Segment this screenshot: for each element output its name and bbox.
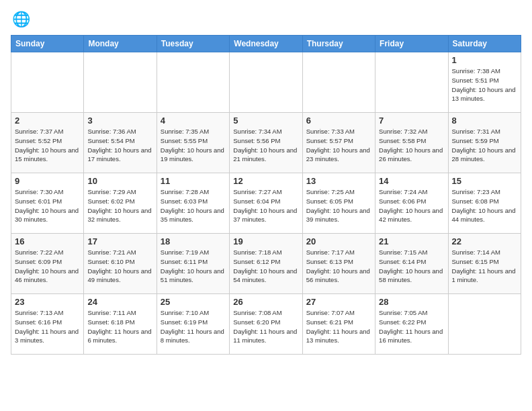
day-number: 24 [87, 297, 152, 307]
calendar-cell: 22Sunrise: 7:14 AM Sunset: 6:15 PM Dayli… [448, 234, 521, 294]
calendar-cell: 27Sunrise: 7:07 AM Sunset: 6:21 PM Dayli… [302, 294, 375, 355]
svg-text:🌐: 🌐 [12, 11, 30, 28]
calendar-cell [84, 52, 157, 113]
day-info: Sunrise: 7:28 AM Sunset: 6:03 PM Dayligh… [161, 187, 226, 224]
day-info: Sunrise: 7:05 AM Sunset: 6:22 PM Dayligh… [379, 308, 444, 345]
day-number: 11 [161, 176, 226, 186]
day-number: 12 [233, 176, 298, 186]
day-number: 10 [87, 176, 152, 186]
day-number: 28 [379, 297, 444, 307]
calendar-header-tuesday: Tuesday [157, 36, 229, 52]
calendar-week-1: 1Sunrise: 7:38 AM Sunset: 5:51 PM Daylig… [11, 52, 521, 113]
calendar-table: SundayMondayTuesdayWednesdayThursdayFrid… [11, 35, 521, 355]
day-number: 23 [15, 297, 80, 307]
day-number: 21 [379, 236, 444, 246]
calendar-cell: 11Sunrise: 7:28 AM Sunset: 6:03 PM Dayli… [157, 173, 229, 234]
day-info: Sunrise: 7:07 AM Sunset: 6:21 PM Dayligh… [306, 308, 371, 345]
calendar-cell: 13Sunrise: 7:25 AM Sunset: 6:05 PM Dayli… [302, 173, 375, 234]
day-number: 20 [306, 236, 371, 246]
day-number: 4 [161, 116, 226, 126]
calendar-cell [448, 294, 521, 355]
calendar-header-thursday: Thursday [302, 36, 375, 52]
day-number: 9 [15, 176, 80, 186]
day-info: Sunrise: 7:19 AM Sunset: 6:11 PM Dayligh… [161, 248, 226, 285]
calendar-cell: 7Sunrise: 7:32 AM Sunset: 5:58 PM Daylig… [375, 113, 448, 173]
calendar-cell: 4Sunrise: 7:35 AM Sunset: 5:55 PM Daylig… [157, 113, 229, 173]
calendar-header-saturday: Saturday [448, 36, 521, 52]
day-info: Sunrise: 7:22 AM Sunset: 6:09 PM Dayligh… [15, 248, 80, 285]
day-info: Sunrise: 7:14 AM Sunset: 6:15 PM Dayligh… [452, 248, 517, 285]
day-info: Sunrise: 7:25 AM Sunset: 6:05 PM Dayligh… [306, 187, 371, 224]
calendar-week-3: 9Sunrise: 7:30 AM Sunset: 6:01 PM Daylig… [11, 173, 521, 234]
day-number: 27 [306, 297, 371, 307]
calendar-cell: 1Sunrise: 7:38 AM Sunset: 5:51 PM Daylig… [448, 52, 521, 113]
calendar-cell [11, 52, 84, 113]
day-info: Sunrise: 7:23 AM Sunset: 6:08 PM Dayligh… [452, 187, 517, 224]
calendar-cell [302, 52, 375, 113]
day-info: Sunrise: 7:30 AM Sunset: 6:01 PM Dayligh… [15, 187, 80, 224]
day-number: 8 [452, 116, 517, 126]
calendar-cell: 25Sunrise: 7:10 AM Sunset: 6:19 PM Dayli… [157, 294, 229, 355]
calendar-cell: 6Sunrise: 7:33 AM Sunset: 5:57 PM Daylig… [302, 113, 375, 173]
day-number: 16 [15, 236, 80, 246]
day-info: Sunrise: 7:34 AM Sunset: 5:56 PM Dayligh… [233, 127, 298, 164]
day-info: Sunrise: 7:38 AM Sunset: 5:51 PM Dayligh… [452, 66, 517, 103]
day-number: 15 [452, 176, 517, 186]
day-info: Sunrise: 7:21 AM Sunset: 6:10 PM Dayligh… [87, 248, 152, 285]
calendar-header-sunday: Sunday [11, 36, 84, 52]
day-info: Sunrise: 7:36 AM Sunset: 5:54 PM Dayligh… [87, 127, 152, 164]
day-number: 19 [233, 236, 298, 246]
day-info: Sunrise: 7:35 AM Sunset: 5:55 PM Dayligh… [161, 127, 226, 164]
day-number: 3 [87, 116, 152, 126]
calendar-cell [375, 52, 448, 113]
calendar-header-row: SundayMondayTuesdayWednesdayThursdayFrid… [11, 36, 521, 52]
calendar-header-monday: Monday [84, 36, 157, 52]
calendar-cell: 23Sunrise: 7:13 AM Sunset: 6:16 PM Dayli… [11, 294, 84, 355]
day-info: Sunrise: 7:08 AM Sunset: 6:20 PM Dayligh… [233, 308, 298, 345]
calendar-cell: 19Sunrise: 7:18 AM Sunset: 6:12 PM Dayli… [230, 234, 302, 294]
calendar-cell: 3Sunrise: 7:36 AM Sunset: 5:54 PM Daylig… [84, 113, 157, 173]
calendar-cell: 14Sunrise: 7:24 AM Sunset: 6:06 PM Dayli… [375, 173, 448, 234]
day-number: 13 [306, 176, 371, 186]
calendar-cell: 12Sunrise: 7:27 AM Sunset: 6:04 PM Dayli… [230, 173, 302, 234]
day-info: Sunrise: 7:10 AM Sunset: 6:19 PM Dayligh… [161, 308, 226, 345]
day-number: 1 [452, 55, 517, 65]
calendar-cell [157, 52, 229, 113]
day-info: Sunrise: 7:11 AM Sunset: 6:18 PM Dayligh… [87, 308, 152, 345]
day-number: 26 [233, 297, 298, 307]
calendar-cell: 28Sunrise: 7:05 AM Sunset: 6:22 PM Dayli… [375, 294, 448, 355]
calendar-cell: 2Sunrise: 7:37 AM Sunset: 5:52 PM Daylig… [11, 113, 84, 173]
logo: 🌐 [11, 11, 31, 30]
calendar-cell: 8Sunrise: 7:31 AM Sunset: 5:59 PM Daylig… [448, 113, 521, 173]
calendar-header-wednesday: Wednesday [230, 36, 302, 52]
calendar-cell: 17Sunrise: 7:21 AM Sunset: 6:10 PM Dayli… [84, 234, 157, 294]
page-header: 🌐 [11, 11, 521, 30]
day-number: 5 [233, 116, 298, 126]
day-number: 17 [87, 236, 152, 246]
calendar-week-2: 2Sunrise: 7:37 AM Sunset: 5:52 PM Daylig… [11, 113, 521, 173]
calendar-cell: 9Sunrise: 7:30 AM Sunset: 6:01 PM Daylig… [11, 173, 84, 234]
day-info: Sunrise: 7:27 AM Sunset: 6:04 PM Dayligh… [233, 187, 298, 224]
calendar-cell: 26Sunrise: 7:08 AM Sunset: 6:20 PM Dayli… [230, 294, 302, 355]
day-number: 7 [379, 116, 444, 126]
calendar-cell [230, 52, 302, 113]
day-info: Sunrise: 7:31 AM Sunset: 5:59 PM Dayligh… [452, 127, 517, 164]
day-number: 14 [379, 176, 444, 186]
day-info: Sunrise: 7:13 AM Sunset: 6:16 PM Dayligh… [15, 308, 80, 345]
calendar-cell: 5Sunrise: 7:34 AM Sunset: 5:56 PM Daylig… [230, 113, 302, 173]
calendar-week-5: 23Sunrise: 7:13 AM Sunset: 6:16 PM Dayli… [11, 294, 521, 355]
calendar-cell: 20Sunrise: 7:17 AM Sunset: 6:13 PM Dayli… [302, 234, 375, 294]
calendar-cell: 16Sunrise: 7:22 AM Sunset: 6:09 PM Dayli… [11, 234, 84, 294]
calendar-header-friday: Friday [375, 36, 448, 52]
calendar-cell: 15Sunrise: 7:23 AM Sunset: 6:08 PM Dayli… [448, 173, 521, 234]
day-info: Sunrise: 7:32 AM Sunset: 5:58 PM Dayligh… [379, 127, 444, 164]
calendar-week-4: 16Sunrise: 7:22 AM Sunset: 6:09 PM Dayli… [11, 234, 521, 294]
day-info: Sunrise: 7:18 AM Sunset: 6:12 PM Dayligh… [233, 248, 298, 285]
logo-icon: 🌐 [11, 11, 30, 30]
day-number: 22 [452, 236, 517, 246]
calendar-cell: 24Sunrise: 7:11 AM Sunset: 6:18 PM Dayli… [84, 294, 157, 355]
day-number: 25 [161, 297, 226, 307]
day-info: Sunrise: 7:37 AM Sunset: 5:52 PM Dayligh… [15, 127, 80, 164]
calendar-cell: 21Sunrise: 7:15 AM Sunset: 6:14 PM Dayli… [375, 234, 448, 294]
day-info: Sunrise: 7:33 AM Sunset: 5:57 PM Dayligh… [306, 127, 371, 164]
